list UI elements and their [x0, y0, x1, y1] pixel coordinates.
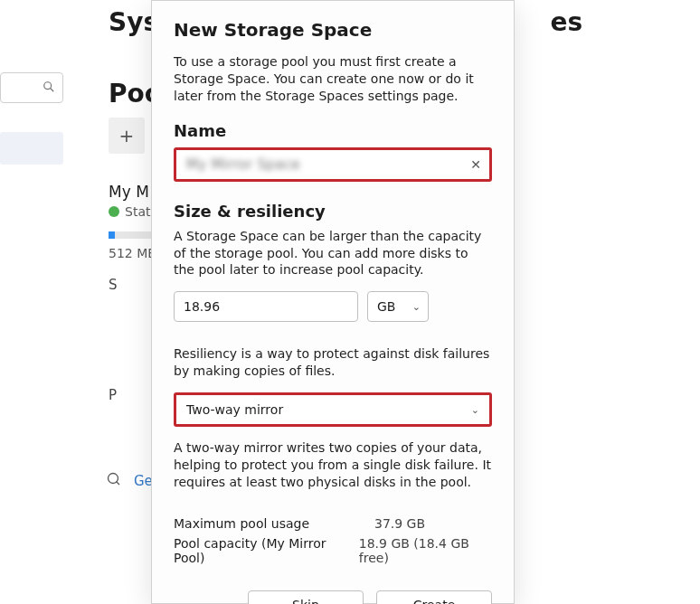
dialog-title: New Storage Space: [174, 19, 492, 41]
max-usage-label: Maximum pool usage: [174, 516, 374, 531]
svg-point-1: [44, 81, 52, 89]
help-text: Ge: [134, 473, 153, 489]
nav-item-active[interactable]: [0, 132, 63, 165]
size-unit-select[interactable]: GB ⌄: [367, 291, 429, 322]
chat-icon: [107, 472, 121, 490]
name-value: My Mirror Space: [186, 156, 300, 173]
help-link[interactable]: Ge: [107, 472, 153, 490]
create-label: Create: [413, 598, 456, 604]
size-input[interactable]: 18.96: [174, 291, 358, 322]
resiliency-select[interactable]: Two-way mirror ⌄: [177, 396, 488, 423]
name-heading: Name: [174, 121, 492, 140]
size-unit-value: GB: [377, 299, 395, 314]
pool-capacity-value: 18.9 GB (18.4 GB free): [359, 536, 492, 565]
resiliency-value: Two-way mirror: [186, 402, 283, 417]
pool-stats: Maximum pool usage 37.9 GB Pool capacity…: [174, 516, 492, 565]
max-usage-value: 37.9 GB: [374, 516, 425, 531]
clear-name-icon[interactable]: ✕: [470, 157, 481, 172]
resiliency-field-highlight: Two-way mirror ⌄: [174, 392, 492, 427]
usage-bar: [109, 231, 152, 239]
resiliency-desc: Resiliency is a way to protect against d…: [174, 345, 492, 380]
search-icon: [43, 80, 55, 96]
plus-icon: +: [119, 125, 135, 146]
chevron-down-icon: ⌄: [412, 301, 421, 313]
size-value: 18.96: [184, 299, 220, 314]
dialog-intro: To use a storage pool you must first cre…: [174, 53, 492, 105]
chevron-down-icon: ⌄: [471, 404, 479, 416]
create-button[interactable]: Create: [376, 590, 492, 604]
nav-strip: [0, 72, 63, 165]
name-field-highlight: My Mirror Space ✕: [174, 147, 492, 182]
size-heading: Size & resiliency: [174, 202, 492, 221]
new-storage-space-dialog: New Storage Space To use a storage pool …: [151, 0, 515, 604]
name-input[interactable]: My Mirror Space ✕: [177, 151, 488, 178]
resiliency-explain: A two-way mirror writes two copies of yo…: [174, 439, 492, 491]
search-box[interactable]: [0, 72, 63, 103]
page-title-right: es: [550, 7, 582, 37]
size-desc: A Storage Space can be larger than the c…: [174, 228, 492, 279]
skip-label: Skip: [292, 598, 319, 604]
skip-button[interactable]: Skip: [248, 590, 364, 604]
add-button[interactable]: +: [109, 118, 145, 154]
status-ok-icon: [109, 206, 119, 217]
pool-capacity-label: Pool capacity (My Mirror Pool): [174, 536, 359, 565]
